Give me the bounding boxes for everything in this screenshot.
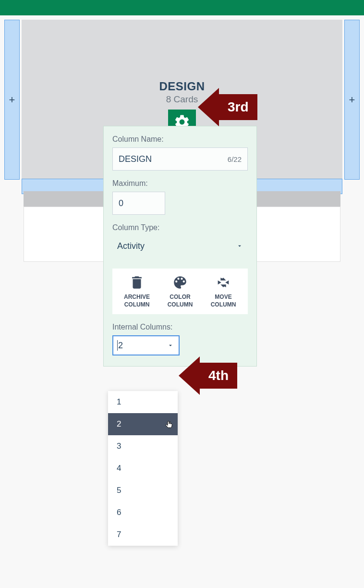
- dropdown-option-4[interactable]: 4: [108, 457, 178, 479]
- column-name-counter: 6/22: [228, 155, 242, 163]
- top-bar: [0, 0, 364, 15]
- archive-label: ARCHIVE COLUMN: [116, 294, 158, 308]
- column-card-count: 8 Cards: [22, 94, 342, 105]
- color-column-button[interactable]: COLOR COLUMN: [159, 274, 201, 308]
- column-name-value: DESIGN: [119, 154, 152, 164]
- plus-icon: +: [349, 94, 355, 106]
- column-type-select[interactable]: Activity: [112, 236, 248, 256]
- color-label: COLOR COLUMN: [159, 294, 201, 308]
- maximum-label: Maximum:: [112, 179, 248, 188]
- dropdown-option-6[interactable]: 6: [108, 502, 178, 524]
- action-buttons: ARCHIVE COLUMN COLOR COLUMN MOVE COLUMN: [112, 269, 248, 314]
- dropdown-option-7[interactable]: 7: [108, 524, 178, 546]
- annotation-3rd-label: 3rd: [228, 99, 249, 115]
- internal-columns-label: Internal Columns:: [112, 323, 248, 331]
- add-column-right[interactable]: +: [344, 20, 360, 180]
- arrow-head-icon: [198, 88, 219, 126]
- dropdown-option-2[interactable]: 2: [108, 413, 178, 435]
- palette-icon: [172, 274, 188, 291]
- column-type-value: Activity: [117, 241, 145, 251]
- annotation-arrow-3rd: 3rd: [198, 88, 257, 126]
- column-type-label: Column Type:: [112, 223, 248, 232]
- internal-columns-value: 2: [118, 341, 123, 351]
- plus-icon: +: [9, 94, 15, 106]
- annotation-arrow-4th: 4th: [179, 356, 237, 395]
- move-icon: [215, 274, 231, 291]
- dropdown-option-3[interactable]: 3: [108, 435, 178, 457]
- archive-column-button[interactable]: ARCHIVE COLUMN: [116, 274, 158, 308]
- move-column-button[interactable]: MOVE COLUMN: [203, 274, 244, 308]
- column-name-input[interactable]: DESIGN 6/22: [112, 147, 248, 171]
- maximum-input[interactable]: 0: [112, 192, 165, 215]
- column-title: DESIGN: [22, 80, 342, 93]
- dropdown-option-1[interactable]: 1: [108, 391, 178, 413]
- column-header: DESIGN 8 Cards: [22, 20, 342, 135]
- arrow-head-icon: [179, 356, 200, 395]
- move-label: MOVE COLUMN: [203, 294, 244, 308]
- trash-icon: [129, 274, 145, 291]
- internal-columns-dropdown: 1 2 3 4 5 6 7: [108, 391, 178, 546]
- column-settings-panel: Column Name: DESIGN 6/22 Maximum: 0 Colu…: [103, 126, 257, 367]
- dropdown-option-5[interactable]: 5: [108, 479, 178, 502]
- add-column-left[interactable]: +: [4, 20, 20, 180]
- chevron-down-icon: [236, 243, 243, 249]
- column-name-label: Column Name:: [112, 135, 248, 144]
- maximum-value: 0: [119, 198, 123, 208]
- chevron-down-icon: [167, 342, 174, 349]
- internal-columns-select[interactable]: 2: [112, 335, 180, 355]
- annotation-4th-label: 4th: [208, 368, 229, 383]
